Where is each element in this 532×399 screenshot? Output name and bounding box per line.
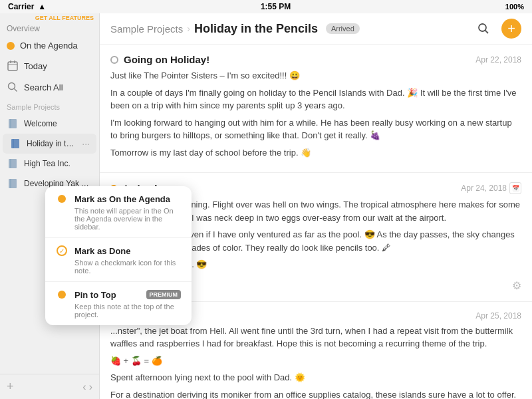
note1-p3: I'm looking forward to hanging out with … [110, 116, 521, 142]
header-search-button[interactable] [473, 19, 493, 39]
popup-item-agenda-desc: This note will appear in the On the Agen… [56, 207, 181, 231]
wifi-icon: ▲ [38, 2, 46, 11]
calendar-icon[interactable]: 📅 [509, 182, 521, 194]
popup-item-pin-header: Pin to Top PREMIUM [56, 289, 181, 301]
sidebar-overview: Overview [0, 21, 99, 36]
popup-item-pin-label: Pin to Top [74, 290, 140, 300]
header-left: Sample Projects › Holiday in the Pencils… [110, 22, 360, 36]
popup-item-agenda-label: Mark as On the Agenda [74, 194, 181, 204]
note3-p4: For a destination deriving its moniker f… [110, 388, 521, 400]
status-bar: Carrier ▲ 1:55 PM 100% [0, 0, 532, 13]
sidebar-item-search-label: Search All [24, 82, 63, 92]
get-features-link[interactable]: GET ALL FEATURES [35, 15, 94, 21]
done-popup-icon: ✓ [56, 245, 68, 257]
popup-menu: Mark as On the Agenda This note will app… [45, 186, 192, 325]
sidebar-item-agenda[interactable]: On the Agenda [0, 36, 99, 55]
agenda-dot-icon [7, 42, 15, 50]
status-time: 1:55 PM [261, 2, 291, 11]
sidebar-subitem-welcome-label: Welcome [24, 119, 92, 128]
svg-rect-8 [11, 139, 19, 148]
popup-item-pin-desc: Keep this note at the top of the project… [56, 303, 181, 319]
note1-title: Going on Holiday! [124, 54, 209, 65]
note1-body: Just like The Pointer Sisters – I'm so e… [110, 69, 521, 159]
note2-date-row: Apr 24, 2018 📅 [461, 182, 521, 194]
header-add-button[interactable]: + [501, 19, 521, 39]
svg-line-15 [485, 31, 489, 34]
sidebar-subitem-welcome[interactable]: Welcome [0, 114, 99, 134]
sidebar-bottom: + ‹ › [0, 374, 99, 399]
sidebar-subitem-holiday[interactable]: Holiday in the Pe... ··· [3, 134, 96, 154]
sidebar-subitem-holiday-label: Holiday in the Pe... [27, 139, 76, 148]
main-header: Sample Projects › Holiday in the Pencils… [100, 13, 532, 45]
agenda-popup-icon [56, 193, 68, 205]
note3-p3: Spent afternoon lying next to the pool w… [110, 371, 521, 384]
status-left: Carrier ▲ [8, 2, 46, 11]
battery-label: 100% [505, 3, 524, 11]
nav-back-button[interactable]: ‹ [82, 381, 86, 393]
add-project-button[interactable]: + [7, 380, 14, 394]
welcome-notebook-icon [7, 118, 19, 130]
header-add-label: + [507, 22, 515, 35]
note1-status-dot [110, 56, 118, 64]
header-badge: Arrived [326, 23, 360, 34]
svg-point-14 [479, 24, 486, 31]
note1-p1: Just like The Pointer Sisters – I'm so e… [110, 69, 521, 82]
note2-settings-button[interactable]: ⚙ [512, 279, 521, 292]
sidebar-more-button[interactable]: ··· [82, 138, 90, 149]
note1-p2: In a couple of days I'm finally going on… [110, 86, 521, 112]
svg-point-4 [9, 83, 15, 90]
note3-body: ...nster", the jet boat from Hell. All w… [110, 325, 521, 400]
popup-item-done-desc: Show a checkmark icon for this note. [56, 259, 181, 275]
high-notebook-icon [7, 158, 19, 170]
note3-p2: 🍓 + 🍒 = 🍊 [110, 354, 521, 368]
note-entry-holiday: Going on Holiday! Apr 22, 2018 Just like… [100, 45, 532, 173]
sidebar-item-today[interactable]: Today [0, 55, 99, 76]
popup-item-done-header: ✓ Mark as Done [56, 245, 181, 257]
sidebar-subitem-high-label: High Tea Inc. [24, 159, 92, 168]
sidebar-section-title: Sample Projects [0, 98, 99, 114]
carrier-label: Carrier [8, 2, 34, 11]
note1-p4: Tomorrow is my last day of school before… [110, 146, 521, 160]
pin-popup-icon [56, 289, 68, 301]
note1-date: Apr 22, 2018 [475, 55, 521, 65]
sidebar-subitem-high[interactable]: High Tea Inc. [0, 154, 99, 174]
header-separator: › [187, 23, 190, 34]
popup-item-pin-badge: PREMIUM [146, 290, 182, 299]
header-actions: + [473, 19, 521, 39]
note3-p1: ...nster", the jet boat from Hell. All w… [110, 325, 521, 350]
sidebar-item-agenda-label: On the Agenda [20, 41, 78, 51]
status-right: 100% [505, 3, 524, 11]
svg-rect-6 [9, 119, 17, 128]
today-icon [7, 60, 19, 72]
yak-notebook-icon [7, 178, 19, 190]
note1-header: Going on Holiday! Apr 22, 2018 [110, 54, 521, 65]
header-project-name: Sample Projects [110, 23, 183, 35]
popup-item-agenda-header: Mark as On the Agenda [56, 193, 181, 205]
holiday-notebook-icon [9, 138, 21, 150]
popup-item-done[interactable]: ✓ Mark as Done Show a checkmark icon for… [45, 238, 192, 282]
svg-rect-10 [9, 159, 17, 168]
svg-rect-12 [9, 179, 17, 188]
note3-date: Apr 25, 2018 [475, 311, 521, 321]
popup-item-agenda[interactable]: Mark as On the Agenda This note will app… [45, 186, 192, 238]
header-note-title: Holiday in the Pencils [194, 22, 318, 36]
svg-rect-0 [8, 62, 17, 70]
search-icon [7, 81, 19, 93]
sidebar-item-search[interactable]: Search All [0, 76, 99, 98]
note2-date: Apr 24, 2018 [461, 184, 507, 193]
svg-line-5 [15, 89, 17, 92]
nav-forward-button[interactable]: › [89, 381, 92, 393]
popup-item-pin[interactable]: Pin to Top PREMIUM Keep this note at the… [45, 282, 192, 325]
popup-item-done-label: Mark as Done [74, 246, 181, 256]
sidebar-item-today-label: Today [24, 61, 47, 71]
note1-title-row: Going on Holiday! [110, 54, 209, 65]
